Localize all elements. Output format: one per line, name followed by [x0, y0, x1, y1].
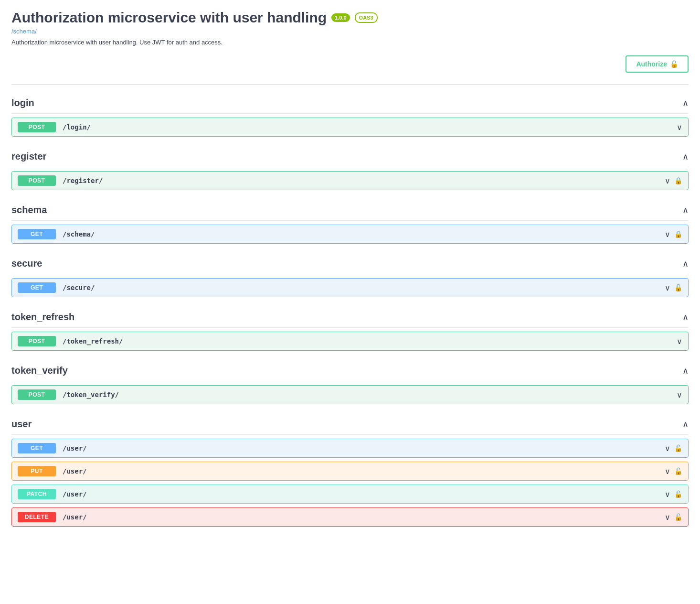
- section-user: user∧GET/user/∨🔓PUT/user/∨🔓PATCH/user/∨🔓…: [11, 414, 689, 527]
- endpoint-row-token_verify-post[interactable]: POST/token_verify/∨: [11, 385, 689, 404]
- method-badge-delete: DELETE: [18, 512, 56, 522]
- endpoint-actions: ∨: [677, 390, 682, 399]
- section-secure: secure∧GET/secure/∨🔓: [11, 253, 689, 297]
- chevron-down-icon: ∨: [677, 390, 682, 399]
- header-divider: [11, 85, 689, 85]
- chevron-up-icon-login: ∧: [682, 98, 689, 108]
- app-title: Authorization microservice with user han…: [11, 10, 327, 26]
- section-header-secure[interactable]: secure∧: [11, 253, 689, 274]
- method-badge-post: POST: [18, 175, 56, 186]
- endpoint-path: /token_refresh/: [63, 337, 677, 345]
- section-header-schema[interactable]: schema∧: [11, 200, 689, 221]
- section-header-token_refresh[interactable]: token_refresh∧: [11, 307, 689, 328]
- endpoint-row-login-post[interactable]: POST/login/∨: [11, 118, 689, 137]
- chevron-down-icon: ∨: [677, 337, 682, 346]
- endpoint-row-register-post[interactable]: POST/register/∨🔒: [11, 171, 689, 190]
- endpoint-actions: ∨🔓: [665, 283, 682, 292]
- endpoint-path: /user/: [63, 444, 665, 452]
- section-title-user: user: [11, 419, 32, 430]
- chevron-up-icon-secure: ∧: [682, 259, 689, 269]
- endpoint-actions: ∨🔒: [665, 176, 682, 185]
- schema-link[interactable]: /schema/: [11, 28, 689, 35]
- lock-icon: 🔒: [674, 230, 682, 238]
- endpoint-row-secure-get[interactable]: GET/secure/∨🔓: [11, 278, 689, 297]
- section-title-schema: schema: [11, 205, 47, 216]
- endpoint-row-user-patch[interactable]: PATCH/user/∨🔓: [11, 485, 689, 504]
- endpoint-path: /secure/: [63, 284, 665, 291]
- section-title-secure: secure: [11, 258, 42, 269]
- lock-icon: 🔒: [674, 177, 682, 184]
- chevron-up-icon-token_refresh: ∧: [682, 312, 689, 323]
- endpoint-actions: ∨🔓: [665, 444, 682, 453]
- section-schema: schema∧GET/schema/∨🔒: [11, 200, 689, 244]
- chevron-up-icon-schema: ∧: [682, 205, 689, 216]
- chevron-down-icon: ∨: [665, 513, 670, 522]
- section-title-login: login: [11, 97, 34, 108]
- section-header-register[interactable]: register∧: [11, 146, 689, 167]
- version-badge: 1.0.0: [331, 13, 350, 22]
- chevron-down-icon: ∨: [665, 283, 670, 292]
- authorize-row: Authorize 🔓: [11, 55, 689, 73]
- endpoint-row-schema-get[interactable]: GET/schema/∨🔒: [11, 225, 689, 244]
- section-header-token_verify[interactable]: token_verify∧: [11, 360, 689, 381]
- page-wrapper: Authorization microservice with user han…: [0, 0, 700, 546]
- endpoint-path: /login/: [63, 123, 677, 131]
- endpoint-actions: ∨🔓: [665, 513, 682, 522]
- method-badge-post: POST: [18, 122, 56, 132]
- endpoint-path: /user/: [63, 467, 665, 475]
- endpoint-actions: ∨: [677, 337, 682, 346]
- chevron-down-icon: ∨: [677, 123, 682, 132]
- method-badge-post: POST: [18, 336, 56, 346]
- endpoint-path: /register/: [63, 177, 665, 184]
- section-token_refresh: token_refresh∧POST/token_refresh/∨: [11, 307, 689, 351]
- method-badge-patch: PATCH: [18, 489, 56, 499]
- authorize-label: Authorize: [636, 60, 667, 68]
- endpoint-actions: ∨🔓: [665, 467, 682, 476]
- section-header-user[interactable]: user∧: [11, 414, 689, 435]
- method-badge-get: GET: [18, 282, 56, 293]
- lock-icon: 🔓: [674, 284, 682, 291]
- section-token_verify: token_verify∧POST/token_verify/∨: [11, 360, 689, 404]
- method-badge-post: POST: [18, 389, 56, 400]
- endpoint-row-user-delete[interactable]: DELETE/user/∨🔓: [11, 507, 689, 527]
- section-register: register∧POST/register/∨🔒: [11, 146, 689, 190]
- endpoint-path: /schema/: [63, 230, 665, 238]
- chevron-up-icon-user: ∧: [682, 419, 689, 430]
- section-title-token_verify: token_verify: [11, 365, 68, 376]
- chevron-up-icon-token_verify: ∧: [682, 366, 689, 376]
- chevron-down-icon: ∨: [665, 230, 670, 239]
- lock-icon: 🔓: [674, 444, 682, 452]
- header-section: Authorization microservice with user han…: [11, 10, 689, 85]
- method-badge-get: GET: [18, 229, 56, 239]
- section-login: login∧POST/login/∨: [11, 93, 689, 137]
- chevron-up-icon-register: ∧: [682, 151, 689, 162]
- oas-badge: OAS3: [355, 12, 378, 23]
- chevron-down-icon: ∨: [665, 176, 670, 185]
- lock-icon: 🔓: [674, 490, 682, 498]
- method-badge-put: PUT: [18, 466, 56, 476]
- lock-icon: 🔓: [674, 467, 682, 475]
- lock-icon: 🔓: [674, 513, 682, 521]
- chevron-down-icon: ∨: [665, 444, 670, 453]
- endpoint-row-user-put[interactable]: PUT/user/∨🔓: [11, 462, 689, 481]
- endpoint-row-token_refresh-post[interactable]: POST/token_refresh/∨: [11, 332, 689, 351]
- section-header-login[interactable]: login∧: [11, 93, 689, 114]
- sections-wrapper: login∧POST/login/∨register∧POST/register…: [11, 93, 689, 527]
- title-row: Authorization microservice with user han…: [11, 10, 689, 26]
- endpoint-path: /user/: [63, 490, 665, 498]
- endpoint-actions: ∨🔓: [665, 490, 682, 499]
- endpoint-path: /token_verify/: [63, 391, 677, 399]
- description: Authorization microservice with user han…: [11, 39, 689, 46]
- section-title-token_refresh: token_refresh: [11, 312, 74, 323]
- lock-icon: 🔓: [670, 60, 678, 68]
- endpoint-path: /user/: [63, 513, 665, 521]
- chevron-down-icon: ∨: [665, 467, 670, 476]
- chevron-down-icon: ∨: [665, 490, 670, 499]
- endpoint-actions: ∨🔒: [665, 230, 682, 239]
- section-title-register: register: [11, 151, 46, 162]
- authorize-button[interactable]: Authorize 🔓: [626, 55, 689, 73]
- endpoint-row-user-get[interactable]: GET/user/∨🔓: [11, 439, 689, 458]
- endpoint-actions: ∨: [677, 123, 682, 132]
- method-badge-get: GET: [18, 443, 56, 453]
